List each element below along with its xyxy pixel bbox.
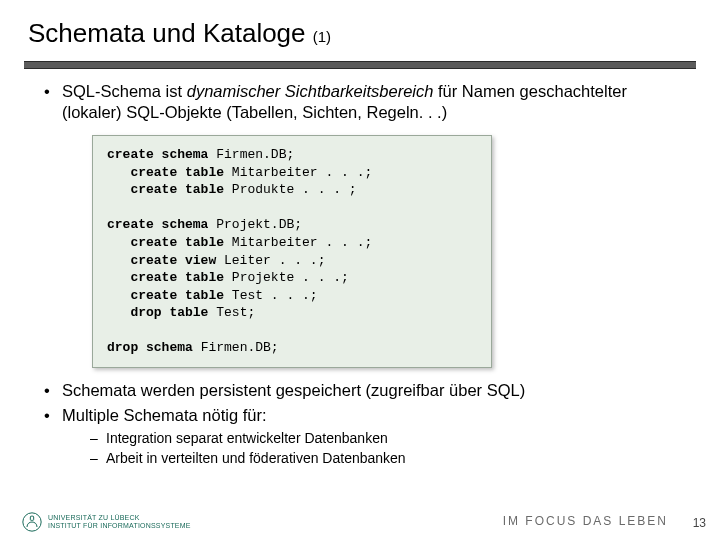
code-text: Mitarbeiter . . .;	[224, 165, 372, 180]
code-text: Projekt.DB;	[208, 217, 302, 232]
code-kw: drop schema	[107, 340, 193, 355]
slide-title: Schemata und Kataloge (1)	[28, 18, 331, 48]
university-logo: UNIVERSITÄT ZU LÜBECK INSTITUT FÜR INFOR…	[22, 512, 191, 532]
list-item: Schemata werden persistent gespeichert (…	[44, 380, 686, 401]
title-sub: (1)	[313, 28, 331, 45]
content-area: SQL-Schema ist dynamischer Sichtbarkeits…	[0, 69, 720, 468]
logo-line2: INSTITUT FÜR INFORMATIONSSYSTEME	[48, 522, 191, 529]
title-rule	[24, 61, 696, 69]
code-kw: drop table	[107, 305, 208, 320]
bullet-list: Schemata werden persistent gespeichert (…	[44, 380, 686, 468]
code-text: Test . . .;	[224, 288, 318, 303]
code-kw: create table	[107, 270, 224, 285]
code-text: Firmen.DB;	[193, 340, 279, 355]
sub-list: Integration separat entwickelter Datenba…	[90, 430, 686, 468]
text: Multiple Schemata nötig für:	[62, 406, 267, 424]
text: Schemata werden persistent gespeichert (…	[62, 381, 525, 399]
tagline: IM FOCUS DAS LEBEN	[503, 514, 668, 528]
code-text: Leiter . . .;	[216, 253, 325, 268]
sub-list-item: Integration separat entwickelter Datenba…	[90, 430, 686, 448]
title-area: Schemata und Kataloge (1)	[0, 0, 720, 55]
code-kw: create table	[107, 182, 224, 197]
svg-rect-1	[30, 516, 33, 520]
code-kw: create schema	[107, 147, 208, 162]
logo-line1: UNIVERSITÄT ZU LÜBECK	[48, 514, 140, 521]
page-number: 13	[693, 516, 706, 530]
code-kw: create schema	[107, 217, 208, 232]
logo-text: UNIVERSITÄT ZU LÜBECK INSTITUT FÜR INFOR…	[48, 514, 191, 529]
code-block: create schema Firmen.DB; create table Mi…	[92, 135, 492, 368]
text: SQL-Schema ist	[62, 82, 187, 100]
code-kw: create table	[107, 235, 224, 250]
code-text: Test;	[208, 305, 255, 320]
slide: Schemata und Kataloge (1) SQL-Schema ist…	[0, 0, 720, 540]
code-text: Firmen.DB;	[208, 147, 294, 162]
text-italic: dynamischer Sichtbarkeitsbereich	[187, 82, 434, 100]
code-kw: create table	[107, 165, 224, 180]
text: Arbeit in verteilten und föderativen Dat…	[106, 450, 406, 466]
list-item: SQL-Schema ist dynamischer Sichtbarkeits…	[44, 81, 686, 123]
list-item: Multiple Schemata nötig für: Integration…	[44, 405, 686, 468]
code-text: Mitarbeiter . . .;	[224, 235, 372, 250]
code-text: Produkte . . . ;	[224, 182, 357, 197]
text: Integration separat entwickelter Datenba…	[106, 430, 388, 446]
logo-icon	[22, 512, 42, 532]
footer: UNIVERSITÄT ZU LÜBECK INSTITUT FÜR INFOR…	[0, 504, 720, 540]
sub-list-item: Arbeit in verteilten und föderativen Dat…	[90, 450, 686, 468]
code-kw: create view	[107, 253, 216, 268]
bullet-list: SQL-Schema ist dynamischer Sichtbarkeits…	[44, 81, 686, 123]
code-text: Projekte . . .;	[224, 270, 349, 285]
title-main: Schemata und Kataloge	[28, 18, 306, 48]
code-kw: create table	[107, 288, 224, 303]
